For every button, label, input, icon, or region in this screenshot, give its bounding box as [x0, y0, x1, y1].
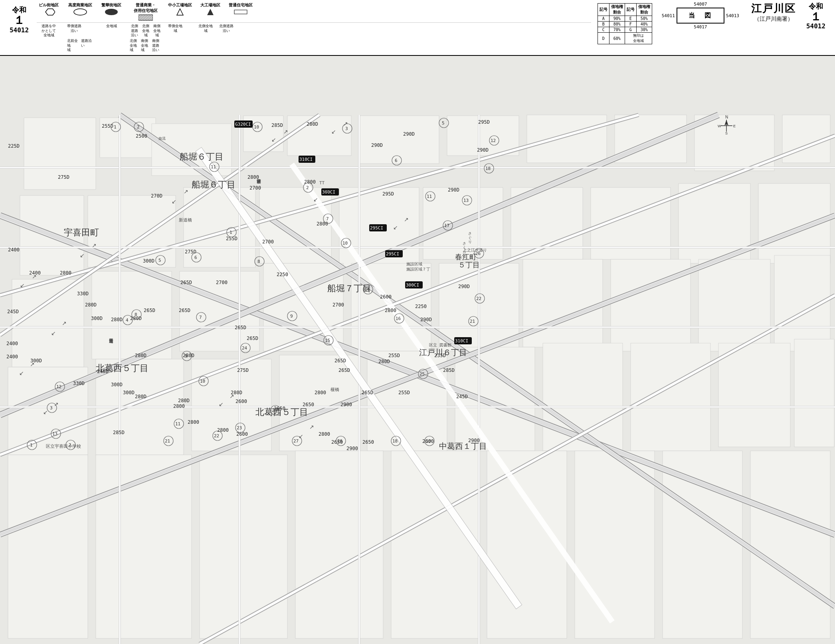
svg-rect-3: [139, 15, 153, 20]
badge-295CI-1: 295CI: [370, 225, 383, 231]
num-25-1: 25: [419, 371, 425, 377]
legend-mixed-label: 普通商業・ 併用住宅地区: [134, 2, 158, 14]
svg-text:↙: ↙: [219, 401, 224, 407]
price-255D-4: 255D: [398, 390, 410, 395]
price-2900-1: 2900: [340, 402, 352, 407]
price-2900-2: 2900: [346, 446, 358, 451]
price-2650-1: 2650: [303, 402, 314, 407]
svg-rect-50: [631, 343, 710, 451]
header: 令和 １ 54012 ビル街地区 高度商業地区 繁華街地区 普通商業・ 併用住宅…: [0, 0, 835, 56]
svg-rect-52: [794, 339, 834, 447]
num-13-2: 13: [52, 431, 57, 437]
svg-rect-53: [8, 455, 88, 638]
num-12-1: 12: [491, 138, 496, 143]
num-17-1: 17: [444, 223, 449, 228]
svg-text:↙: ↙: [19, 370, 24, 376]
price-2250-1: 2250: [277, 272, 288, 277]
svg-text:↙: ↙: [331, 128, 336, 135]
price-255D-2: 255D: [226, 236, 237, 241]
price-2250-2: 2250: [415, 304, 427, 309]
price-245D-2: 245D: [97, 369, 109, 374]
price-330D-2: 330D: [73, 381, 85, 386]
svg-text:↙: ↙: [299, 433, 303, 439]
val-F: 40%: [636, 22, 652, 27]
price-255D-3: 255D: [388, 353, 400, 358]
svg-rect-16: [287, 116, 351, 156]
legend-bill-label: ビル街地区: [39, 2, 59, 8]
svg-rect-61: [750, 451, 830, 638]
legend-bustling-label: 繁華街地区: [101, 2, 121, 8]
num-7-2: 7: [199, 315, 202, 320]
price-2800-6: 2800: [315, 390, 326, 395]
svg-rect-7: [234, 10, 247, 14]
num-2-1: 2: [137, 124, 140, 130]
legend-factory-small-label: 中小工場地区: [168, 2, 192, 8]
num-26-2: 26: [337, 439, 342, 444]
price-290D-5: 290D: [458, 284, 470, 289]
price-275D: 275D: [237, 367, 249, 373]
num-15-1: 15: [325, 338, 330, 343]
map-area: 船堀６丁目 船堀６丁目 宇喜田町 船堀７丁目 北葛西５丁目 北葛西５丁目 江戸川…: [0, 56, 835, 644]
svg-text:↙: ↙: [271, 136, 276, 143]
tt-marker: TT: [319, 180, 325, 186]
num-21-1: 21: [470, 319, 475, 324]
svg-marker-6: [207, 9, 214, 15]
price-285D-2: 285D: [113, 430, 125, 435]
price-290D-4: 290D: [448, 187, 459, 193]
svg-text:↗: ↗: [62, 320, 67, 326]
svg-text:↙: ↙: [20, 282, 25, 288]
sub-legend-7: 北側道路沿い: [219, 24, 233, 33]
price-290D-1: 290D: [371, 142, 383, 148]
reiwa-num1-left: １: [14, 15, 25, 26]
num-6-2: 6: [194, 255, 197, 260]
district-nakakasai: 中葛西１丁目: [439, 441, 487, 451]
sub2-3: 北側全地域: [130, 39, 139, 53]
svg-text:N: N: [725, 115, 728, 119]
price-300D-2: 300D: [91, 316, 103, 321]
bridge-enohashi: 榎橋: [330, 387, 339, 392]
num-11-3: 11: [175, 421, 180, 427]
price-2650-3: 2650: [362, 439, 374, 445]
price-300D-5: 300D: [123, 390, 135, 395]
price-270D-1: 270D: [151, 193, 162, 199]
svg-text:↗: ↗: [32, 273, 37, 280]
current-map-box: 54007 54011 当 図 54013 54017: [662, 2, 739, 30]
val-B: 80%: [609, 22, 625, 27]
legend-residential: 普通住宅地区: [229, 2, 253, 16]
svg-text:↗: ↗: [184, 188, 188, 195]
shiritsu-label: 区立 図書館: [429, 343, 451, 347]
current-map-label: 当 図: [689, 12, 712, 20]
district-sub: （江戸川南署）: [754, 16, 793, 23]
price-265D-3: 265D: [179, 308, 190, 313]
svg-text:↙: ↙: [80, 252, 85, 259]
num-2-2: 2: [306, 185, 309, 190]
building-label-2: 施設区域７丁: [406, 267, 430, 271]
facility-label: 放流: [158, 136, 166, 140]
sub-legend-1: 道路を中かとして全地域: [37, 24, 61, 38]
val-G: 30%: [636, 27, 652, 33]
svg-rect-51: [718, 343, 790, 447]
svg-point-2: [105, 9, 118, 15]
sub2-1: 北前全地域: [67, 39, 79, 53]
svg-point-1: [74, 9, 87, 15]
price-2800-8: 2800: [188, 419, 199, 425]
map-code-left: 54012: [10, 26, 29, 35]
price-300D-4: 300D: [111, 382, 123, 387]
sub2-4: 南側全地域: [141, 39, 150, 53]
map-left-num: 54011: [662, 13, 675, 18]
num-12-2: 12: [56, 384, 61, 389]
kinigou-table-left: 記号借地権割合 記号借地権割合 A90% E50% B80% F40% C70%…: [598, 3, 652, 44]
num-16-1: 16: [396, 316, 401, 321]
svg-text:↗: ↗: [230, 393, 234, 399]
map-svg: 船堀６丁目 船堀６丁目 宇喜田町 船堀７丁目 北葛西５丁目 北葛西５丁目 江戸川…: [0, 56, 835, 644]
sub-legend-4b: 北側全地域: [141, 24, 150, 38]
num-8-1: 8: [257, 259, 260, 264]
sub-legend-4a: 北側道路沿い: [130, 24, 139, 38]
badge-310CI-1: 310CI: [299, 157, 313, 162]
building-label-1: 施設区域: [406, 262, 422, 266]
legend-factory-large-label: 大工場地区: [200, 2, 220, 8]
num-22-2: 22: [214, 433, 219, 439]
badge-300CI-2: 300CI: [406, 282, 419, 288]
num-24-1: 24: [242, 346, 247, 351]
district-harujima: 春江町: [455, 253, 477, 261]
